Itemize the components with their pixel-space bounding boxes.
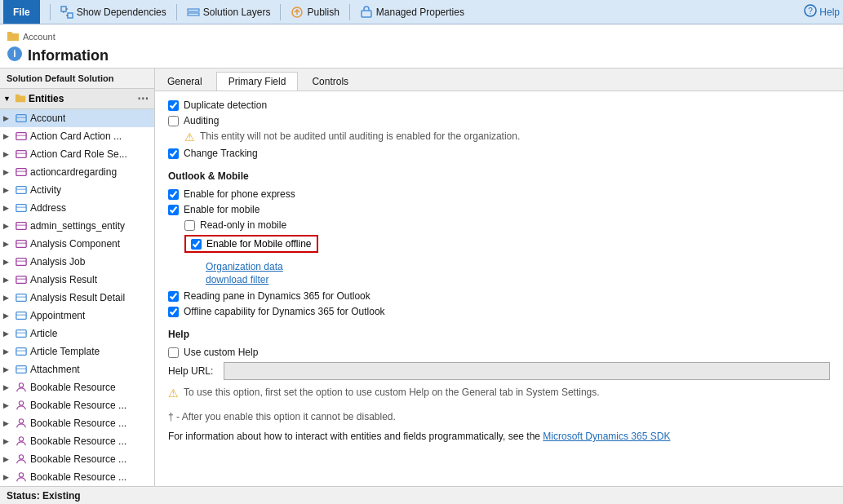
bookable-resource-3-label: Bookable Resource ... — [30, 418, 126, 429]
analysis-component-expand-arrow[interactable]: ▶ — [3, 240, 15, 248]
download-filter-link[interactable]: download filter — [206, 274, 268, 285]
page-title: i Information — [7, 46, 836, 66]
bookable-resource-3-icon — [15, 417, 28, 430]
enable-mobile-checkbox[interactable] — [168, 205, 179, 215]
enable-phone-express-checkbox[interactable] — [168, 189, 179, 200]
attachment-icon — [15, 363, 28, 376]
sidebar-item-analysis-component[interactable]: ▶ Analysis Component — [0, 235, 154, 253]
sdk-link[interactable]: Microsoft Dynamics 365 SDK — [543, 431, 670, 442]
bookable-resource-6-icon — [15, 471, 28, 484]
analysis-job-expand-arrow[interactable]: ▶ — [3, 258, 15, 266]
svg-rect-1 — [68, 13, 73, 18]
readonly-mobile-label: Read-only in mobile — [200, 219, 286, 231]
svg-point-45 — [19, 419, 23, 423]
toolbar: File Show Dependencies Solution Layers P… — [0, 0, 843, 24]
sidebar-item-attachment[interactable]: ▶ Attachment — [0, 360, 154, 378]
admin-settings-expand-arrow[interactable]: ▶ — [3, 222, 15, 230]
help-url-input[interactable] — [224, 362, 830, 380]
change-tracking-row: Change Tracking — [168, 148, 830, 159]
use-custom-help-checkbox[interactable] — [168, 347, 179, 358]
sidebar-item-address[interactable]: ▶ Address — [0, 199, 154, 217]
appointment-expand-arrow[interactable]: ▶ — [3, 312, 15, 320]
bookable-resource-5-expand[interactable]: ▶ — [3, 455, 15, 463]
address-expand-arrow[interactable]: ▶ — [3, 204, 15, 212]
bookable-resource-2-label: Bookable Resource ... — [30, 400, 126, 411]
tab-primary-field[interactable]: Primary Field — [216, 72, 299, 91]
bookable-resource-3-expand[interactable]: ▶ — [3, 419, 15, 427]
analysis-result-expand-arrow[interactable]: ▶ — [3, 276, 15, 284]
bookable-resource-2-expand[interactable]: ▶ — [3, 401, 15, 409]
sidebar-item-actioncardregarding[interactable]: ▶ actioncardregarding — [0, 163, 154, 181]
sidebar-item-admin-settings[interactable]: ▶ admin_settings_entity — [0, 217, 154, 235]
svg-rect-17 — [16, 151, 26, 158]
entities-more-button[interactable]: ⋯ — [135, 91, 151, 107]
action-card-role-expand-arrow[interactable]: ▶ — [3, 150, 15, 158]
address-icon — [15, 201, 28, 214]
outlook-mobile-section: Outlook & Mobile Enable for phone expres… — [168, 170, 830, 317]
admin-settings-icon — [15, 219, 28, 232]
bookable-resource-1-expand[interactable]: ▶ — [3, 383, 15, 391]
sidebar-item-action-card-role[interactable]: ▶ Action Card Role Se... — [0, 145, 154, 163]
file-button[interactable]: File — [3, 0, 40, 24]
sidebar-item-appointment[interactable]: ▶ Appointment — [0, 307, 154, 325]
activity-expand-arrow[interactable]: ▶ — [3, 186, 15, 194]
tab-controls[interactable]: Controls — [299, 72, 361, 91]
org-data-link[interactable]: Organization data — [206, 261, 283, 272]
managed-properties-button[interactable]: Managed Properties — [353, 0, 471, 24]
sidebar-item-bookable-resource-5[interactable]: ▶ Bookable Resource ... — [0, 450, 154, 468]
sidebar-item-article[interactable]: ▶ Article — [0, 325, 154, 343]
offline-capability-checkbox[interactable] — [168, 307, 179, 317]
account-expand-arrow[interactable]: ▶ — [3, 114, 15, 122]
action-card-action-expand-arrow[interactable]: ▶ — [3, 132, 15, 140]
footnote2-container: For information about how to interact wi… — [168, 429, 830, 444]
show-dependencies-button[interactable]: Show Dependencies — [54, 0, 173, 24]
svg-rect-19 — [16, 169, 26, 176]
auditing-warning-row: ⚠ This entity will not be audited until … — [184, 130, 830, 144]
action-card-role-icon — [15, 148, 28, 161]
bookable-resource-5-label: Bookable Resource ... — [30, 453, 126, 465]
separator-3 — [280, 4, 281, 20]
article-expand-arrow[interactable]: ▶ — [3, 329, 15, 338]
sidebar-item-analysis-result[interactable]: ▶ Analysis Result — [0, 271, 154, 289]
svg-point-47 — [19, 455, 23, 459]
analysis-result-label: Analysis Result — [30, 274, 97, 285]
svg-rect-8 — [362, 11, 371, 17]
appointment-icon — [15, 309, 28, 322]
activity-label: Activity — [30, 184, 61, 196]
article-template-expand-arrow[interactable]: ▶ — [3, 347, 15, 356]
bookable-resource-6-expand[interactable]: ▶ — [3, 473, 15, 481]
sidebar-item-activity[interactable]: ▶ Activity — [0, 181, 154, 199]
entities-header[interactable]: ▼ Entities ⋯ — [0, 89, 154, 109]
reading-pane-checkbox[interactable] — [168, 291, 179, 302]
publish-button[interactable]: Publish — [284, 0, 345, 24]
sidebar-item-bookable-resource-6[interactable]: ▶ Bookable Resource ... — [0, 468, 154, 486]
sidebar-item-bookable-resource-2[interactable]: ▶ Bookable Resource ... — [0, 396, 154, 414]
analysis-result-detail-expand-arrow[interactable]: ▶ — [3, 294, 15, 302]
sidebar-item-bookable-resource-1[interactable]: ▶ Bookable Resource — [0, 378, 154, 396]
sidebar-item-action-card-action[interactable]: ▶ Action Card Action ... — [0, 127, 154, 145]
sidebar-item-account[interactable]: ▶ Account — [0, 109, 154, 127]
auditing-checkbox[interactable] — [168, 116, 179, 126]
enable-mobile-offline-checkbox[interactable] — [191, 239, 202, 250]
tab-general[interactable]: General — [155, 72, 215, 91]
readonly-mobile-checkbox[interactable] — [184, 220, 195, 231]
solution-layers-button[interactable]: Solution Layers — [180, 0, 277, 24]
svg-rect-35 — [16, 312, 26, 320]
sidebar-item-analysis-job[interactable]: ▶ Analysis Job — [0, 253, 154, 271]
footnote2-text: For information about how to interact wi… — [168, 431, 540, 442]
bookable-resource-4-expand[interactable]: ▶ — [3, 437, 15, 445]
sidebar-item-analysis-result-detail[interactable]: ▶ Analysis Result Detail — [0, 289, 154, 307]
duplicate-detection-checkbox[interactable] — [168, 100, 179, 111]
attachment-expand-arrow[interactable]: ▶ — [3, 365, 15, 374]
help-button[interactable]: ? Help — [804, 4, 840, 20]
sidebar-item-bookable-resource-4[interactable]: ▶ Bookable Resource ... — [0, 432, 154, 450]
readonly-mobile-row: Read-only in mobile — [184, 219, 830, 231]
sidebar-item-bookable-resource-3[interactable]: ▶ Bookable Resource ... — [0, 414, 154, 432]
change-tracking-checkbox[interactable] — [168, 148, 179, 159]
show-dependencies-label: Show Dependencies — [77, 7, 166, 18]
actioncardregarding-expand-arrow[interactable]: ▶ — [3, 168, 15, 176]
sidebar-item-article-template[interactable]: ▶ Article Template — [0, 343, 154, 360]
analysis-job-icon — [15, 255, 28, 268]
analysis-result-detail-icon — [15, 291, 28, 304]
entities-collapse-arrow[interactable]: ▼ — [3, 95, 15, 103]
